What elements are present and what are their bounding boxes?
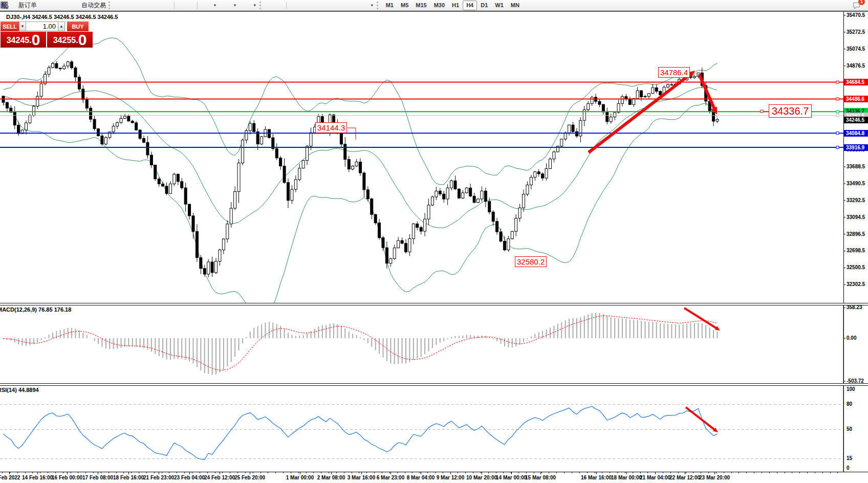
line-chart-mode-icon[interactable] [134,1,143,10]
time-axis-label: 25 Feb 20:00 [234,475,265,480]
candlestick-mode-icon[interactable] [124,1,134,10]
time-major-tick [421,472,421,474]
timeframe-button-h4[interactable]: H4 [463,1,477,10]
timeframe-button-m1[interactable]: M1 [382,1,397,10]
time-minor-tick [595,472,595,473]
bar-chart-mode-icon[interactable] [114,1,124,10]
signals-icon[interactable] [58,1,68,10]
pane-splitter[interactable] [0,383,868,386]
text-icon[interactable]: A [337,1,346,10]
timeframe-button-m30[interactable]: M30 [430,1,448,10]
line-handle[interactable] [836,114,839,117]
line-handle[interactable] [836,81,839,83]
time-minor-tick [17,472,18,473]
market-watch-icon[interactable] [39,1,49,10]
toolbar-separator [286,2,287,9]
notifications-icon[interactable]: 1 [852,1,862,10]
time-minor-tick [291,472,291,473]
chart-profiles-icon[interactable] [186,1,196,10]
cursor-icon[interactable] [265,1,275,10]
time-major-tick [540,472,541,474]
line-handle[interactable] [836,98,839,100]
time-minor-tick [352,472,352,473]
annotation-handle[interactable] [761,110,763,113]
time-minor-tick [321,472,321,473]
time-minor-tick [184,472,185,473]
trend-arrow[interactable] [589,73,692,152]
time-minor-tick [162,472,162,473]
time-minor-tick [686,472,686,473]
pane-splitter[interactable] [0,303,868,305]
time-minor-tick [237,472,238,473]
annotation-pullback-price[interactable]: 34144.3 [315,122,347,133]
trend-arrow[interactable] [684,308,718,329]
trend-arrow[interactable] [699,74,715,111]
sell-price-display[interactable]: 34245.0 [1,32,46,48]
rsi-tick-label: 50 [847,426,852,432]
line-handle[interactable] [836,111,839,113]
search-icon[interactable] [842,1,852,10]
toolbar-grip[interactable] [108,2,113,9]
zoom-in-icon[interactable] [143,1,153,10]
time-minor-tick [526,472,527,473]
volume-input[interactable]: 1.00 [26,21,58,31]
navigator-icon[interactable] [49,1,58,10]
timeframe-button-d1[interactable]: D1 [477,1,491,10]
volume-increase-button[interactable]: ▲ [58,21,65,31]
new-chart-icon[interactable] [176,1,186,10]
buy-price-display[interactable]: 34255.0 [47,32,93,48]
macd-pane-canvas[interactable] [0,305,868,383]
annotation-peak-price[interactable]: 34786.4 [658,67,690,78]
timeframe-button-w1[interactable]: W1 [491,1,507,10]
equidistant-channel-icon[interactable]: E [317,1,327,10]
main-chart-canvas[interactable] [0,12,868,303]
time-minor-tick [412,472,413,473]
zoom-out-icon[interactable] [153,1,163,10]
time-axis-label: 6 Mar 23:00 [377,475,404,480]
templates-button[interactable]: ▼ [239,1,259,10]
volume-decrease-button[interactable]: ▼ [19,21,26,31]
line-handle[interactable] [836,146,839,149]
time-minor-tick [458,472,458,473]
new-order-button[interactable]: 新订单 [5,1,39,10]
time-axis[interactable]: Feb 202214 Feb 16:0016 Feb 00:0017 Feb 0… [0,472,868,483]
trend-arrow[interactable] [686,407,716,431]
annotation-target-price[interactable]: 34336.7 [769,104,812,118]
buy-button[interactable]: BUY [67,21,89,31]
annotation-low-price[interactable]: 32580.2 [515,256,547,267]
price-tick-label: 32302.5 [847,281,865,287]
line-handle[interactable] [836,132,839,135]
time-minor-tick [93,472,94,473]
time-minor-tick [261,472,261,473]
text-label-icon[interactable]: T [346,1,356,10]
indicators-button[interactable]: ▼ [199,1,219,10]
rsi-pane-canvas[interactable] [0,385,868,472]
toolbar-grip[interactable] [377,2,381,9]
auto-trading-button[interactable]: 自动交易 [68,1,108,10]
fibonacci-icon[interactable]: F [327,1,337,10]
horizontal-line-icon[interactable] [298,1,308,10]
time-minor-tick [123,472,124,473]
timeframe-button-m15[interactable]: M15 [412,1,430,10]
periods-button[interactable]: ▼ [219,1,239,10]
toolbar-grip[interactable] [259,2,264,9]
sell-button[interactable]: SELL [1,21,19,31]
time-minor-tick [587,472,588,473]
time-minor-tick [131,472,132,473]
time-major-tick [300,472,300,474]
tile-windows-icon[interactable] [163,1,172,10]
vertical-line-icon[interactable] [288,1,298,10]
timeframe-button-h1[interactable]: H1 [448,1,463,10]
time-minor-tick [693,472,693,473]
arrows-button[interactable]: ▼ [356,1,376,10]
timeframe-button-m5[interactable]: M5 [397,1,412,10]
time-axis-label: 18 Mar 00:00 [611,475,642,480]
timeframe-button-mn[interactable]: MN [507,1,523,10]
crosshair-icon[interactable] [275,1,285,10]
price-tick-label: 32500.5 [847,265,865,270]
time-minor-tick [2,472,3,473]
price-tick-label: 32698.5 [847,248,865,253]
trendline-icon[interactable] [308,1,317,10]
time-minor-tick [663,472,663,473]
time-minor-tick [496,472,496,473]
